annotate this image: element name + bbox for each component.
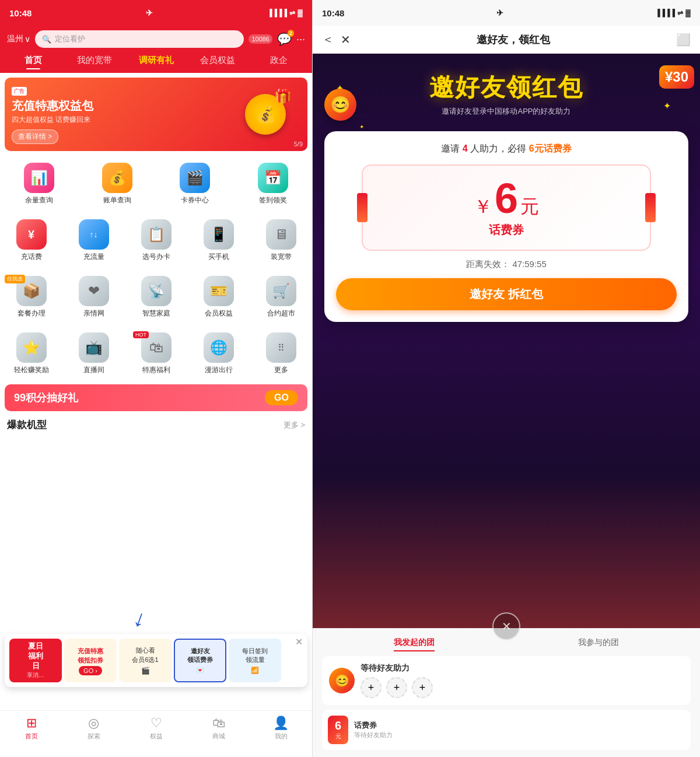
notif-card4-icon: 💌: [196, 667, 204, 674]
coupon-card: ￥ 6 元 话费券: [362, 164, 651, 251]
notif-card-summer[interactable]: 夏日福利日 享消…: [9, 639, 62, 682]
invite-reward: 6元话费券: [529, 143, 572, 153]
invite-subtitle: 邀请好友登录中国移动APP的好友助力: [324, 106, 688, 117]
icon-family-net[interactable]: ❤ 亲情网: [62, 271, 125, 323]
tab-broadband[interactable]: 我的宽带: [64, 52, 125, 68]
team-info: 等待好友助力 + + +: [360, 663, 433, 698]
notif-card-vip[interactable]: 随心看会员6选1 🎬: [119, 639, 172, 682]
tab-survey[interactable]: 调研有礼: [125, 52, 187, 68]
notif-card3-sub: 🎬: [141, 667, 150, 675]
notif-card5-text: 每日签到领流量: [242, 647, 268, 665]
icon-buy-phone[interactable]: 📱 买手机: [187, 215, 250, 267]
icon-smart-home[interactable]: 📡 智慧家庭: [125, 271, 187, 323]
icon-contract-market[interactable]: 🛒 合约超市: [250, 271, 312, 323]
bottom-nav-left: ⊞ 首页 ◎ 探索 ♡ 权益 🛍 商城 👤 我的: [0, 710, 312, 757]
invite-friends-button[interactable]: 邀好友 拆红包: [336, 278, 677, 310]
tab-vip[interactable]: 会员权益: [187, 52, 248, 68]
icon-recharge[interactable]: ¥ 充话费: [0, 215, 62, 267]
bottom-nav-explore[interactable]: ◎ 探索: [62, 716, 125, 741]
family-label: 亲情网: [83, 309, 104, 318]
broadband-label: 装宽带: [271, 252, 292, 262]
bottom-nav-profile[interactable]: 👤 我的: [250, 716, 312, 741]
message-badge: 2: [288, 30, 294, 37]
team-slots: + + +: [360, 677, 433, 698]
promo-banner-top[interactable]: 广告 充值特惠权益包 四大超值权益 话费赚回来 查看详情 > 💰 🎁 5/9: [5, 78, 307, 151]
message-icon[interactable]: 💬 2: [277, 32, 292, 46]
icon-balance-query[interactable]: 📊 余量查询: [0, 158, 78, 210]
benefits-nav-icon: ♡: [150, 716, 162, 731]
section-more-link[interactable]: 更多 >: [284, 420, 305, 430]
smarthome-label: 智慧家庭: [142, 309, 170, 318]
earn-label: 轻松赚奖励: [14, 365, 49, 375]
coupon-icon: 🎬: [180, 163, 210, 193]
market-icon: 🛒: [266, 276, 296, 306]
team-card: 😊 等待好友助力 + + +: [322, 656, 691, 705]
icon-broadband[interactable]: 🖥 装宽带: [250, 215, 312, 267]
tab-gov-label: 政企: [270, 55, 288, 65]
notif-card-invite[interactable]: 邀好友领话费券 💌: [174, 639, 226, 682]
signal-icon-right: ▐▐▐▐: [655, 9, 675, 17]
tab-my-group[interactable]: 我发起的团: [394, 635, 435, 651]
icon-live[interactable]: 📺 直播间: [62, 328, 125, 380]
wifi-icon-right: ⇌: [677, 9, 683, 17]
coupon-amount-display: ￥ 6 元: [374, 177, 638, 220]
icon-discount[interactable]: HOT 🛍 特惠福利: [125, 328, 187, 380]
plan-label: 套餐办理: [18, 309, 46, 318]
coupon-value: 6: [495, 175, 518, 222]
invite-desc: 邀请 4 人助力，必得 6元话费券: [336, 143, 677, 155]
bottom-nav-shop[interactable]: 🛍 商城: [187, 716, 250, 741]
signin-label: 签到领奖: [259, 195, 287, 205]
notif-card-signin[interactable]: 每日签到领流量 📶: [229, 639, 281, 682]
roaming-icon: 🌐: [204, 332, 234, 363]
notif-card2-text: 充值特惠领抵扣券: [78, 647, 103, 665]
bottom-coupon-info: 话费券 等待好友助力: [354, 720, 393, 740]
status-icons-left: ▐▐▐▐ ⇌ ▓: [267, 9, 303, 17]
notif-card1-sub: 享消…: [27, 671, 44, 679]
share-button[interactable]: ⬜: [676, 33, 691, 47]
icon-earn-reward[interactable]: ⭐ 轻松赚奖励: [0, 328, 62, 380]
notification-close-button[interactable]: ✕: [295, 636, 303, 647]
icon-signin-reward[interactable]: 📅 签到领奖: [234, 158, 312, 210]
bottom-coupon-preview: 6 元 话费券 等待好友助力: [322, 710, 691, 750]
search-placeholder: 定位看护: [55, 34, 85, 44]
notif-card-recharge[interactable]: 充值特惠领抵扣券 GO ›: [64, 639, 117, 682]
icon-grid-row2: ¥ 充话费 ↑↓ 充流量 📋 选号办卡 📱 买手机 🖥 装宽带: [0, 212, 312, 269]
icon-data-topup[interactable]: ↑↓ 充流量: [62, 215, 125, 267]
icon-bill-query[interactable]: 💰 账单查询: [78, 158, 156, 210]
icon-member-benefits[interactable]: 🎫 会员权益: [187, 271, 250, 323]
coupon-ribbon-left: [357, 193, 368, 222]
floating-notification: 夏日福利日 享消… 充值特惠领抵扣券 GO › 随心看会员6选1 🎬 邀好友领话…: [5, 634, 307, 687]
icon-plan[interactable]: 任我选 📦 套餐办理: [0, 271, 62, 323]
banner-pager: 5/9: [294, 141, 303, 148]
more-icon[interactable]: ···: [296, 33, 305, 45]
go-button[interactable]: GO: [265, 390, 298, 405]
bottom-nav-benefits[interactable]: ♡ 权益: [125, 716, 187, 741]
banner-detail-button[interactable]: 查看详情 >: [12, 129, 58, 144]
icon-roaming[interactable]: 🌐 漫游出行: [187, 328, 250, 380]
back-button[interactable]: ＜: [322, 31, 334, 47]
icon-more[interactable]: ⠿ 更多: [250, 328, 312, 380]
coupon-ribbon-right: [645, 193, 656, 222]
tab-home[interactable]: 首页: [2, 52, 64, 68]
sparkle-3: ✦: [359, 124, 364, 130]
bottom-nav-home[interactable]: ⊞ 首页: [0, 716, 62, 741]
search-input[interactable]: 🔍 定位看护: [35, 30, 244, 48]
points-promo-banner[interactable]: 99积分抽好礼 GO: [5, 384, 307, 411]
location-button[interactable]: 温州 ∨: [7, 34, 30, 44]
tab-joined-group[interactable]: 我参与的团: [578, 635, 619, 651]
coupon-label: 卡券中心: [181, 195, 209, 205]
icon-coupon-center[interactable]: 🎬 卡券中心: [156, 158, 235, 210]
banner-subtitle: 四大超值权益 话费赚回来: [12, 115, 93, 125]
dismiss-button[interactable]: ✕: [492, 612, 520, 640]
status-icons-right: ▐▐▐▐ ⇌ ▓: [655, 9, 691, 17]
icon-select-number[interactable]: 📋 选号办卡: [125, 215, 187, 267]
banner-ad-label: 广告: [12, 87, 27, 96]
tab-gov[interactable]: 政企: [249, 52, 310, 68]
service-number-icon[interactable]: 10086: [249, 34, 272, 44]
nav-tabs-left: 首页 我的宽带 调研有礼 会员权益 政企: [0, 52, 312, 73]
profile-nav-icon: 👤: [273, 716, 289, 731]
icon-grid-row3: 任我选 📦 套餐办理 ❤ 亲情网 📡 智慧家庭 🎫 会员权益 🛒 合约超市: [0, 269, 312, 325]
invite-desc-part1: 邀请: [441, 143, 460, 153]
invite-desc-part2: 人助力，必得: [470, 143, 526, 153]
close-button[interactable]: ✕: [341, 33, 351, 47]
